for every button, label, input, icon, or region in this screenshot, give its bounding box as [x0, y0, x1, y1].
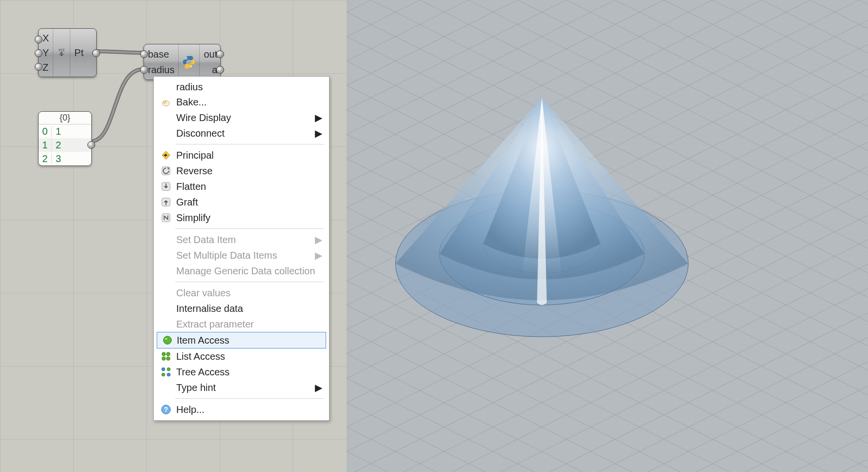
menu-label: Set Data Item — [176, 234, 236, 246]
grid-line — [0, 0, 0, 472]
menu-simplify[interactable]: Simplify — [156, 210, 327, 226]
bake-icon — [160, 96, 172, 108]
input-y-label: Y — [42, 47, 49, 59]
menu-clear-values[interactable]: Clear values — [156, 285, 327, 301]
grid-line — [0, 0, 347, 0]
svg-point-6 — [191, 65, 192, 66]
panel-row: 23 — [39, 152, 91, 165]
context-menu-title: radius — [156, 80, 327, 94]
panel-value: 1 — [52, 126, 61, 137]
input-context-menu: radius Bake... Wire Display▶ Disconnect▶… — [153, 76, 330, 421]
input-grip-x[interactable] — [35, 36, 42, 43]
flatten-icon — [160, 180, 172, 193]
input-z-label: Z — [42, 62, 48, 73]
rhino-viewport[interactable] — [347, 0, 868, 472]
menu-separator — [175, 228, 324, 229]
output-grip-a[interactable] — [216, 66, 224, 74]
panel-index: 0 — [39, 126, 52, 137]
menu-label: Set Multiple Data Items — [176, 250, 277, 261]
svg-point-19 — [166, 357, 170, 360]
panel-row: 12 — [39, 138, 91, 152]
menu-label: Help... — [176, 404, 205, 415]
menu-label: Extract parameter — [176, 319, 254, 330]
svg-point-20 — [162, 368, 165, 370]
menu-label: Clear values — [176, 287, 230, 299]
menu-separator — [175, 282, 324, 282]
input-grip-y[interactable] — [35, 49, 42, 57]
item-access-icon — [161, 334, 174, 347]
input-base-label: base — [148, 49, 169, 60]
menu-label: List Access — [176, 351, 225, 362]
menu-bake[interactable]: Bake... — [156, 94, 327, 110]
menu-internalise-data[interactable]: Internalise data — [156, 301, 327, 316]
input-grip-radius[interactable] — [140, 66, 148, 74]
menu-flatten[interactable]: Flatten — [156, 179, 327, 194]
data-panel-component[interactable]: {0} 01 12 23 — [38, 111, 92, 166]
menu-label: Flatten — [176, 181, 206, 192]
menu-item-access[interactable]: Item Access — [157, 332, 326, 349]
input-grip-z[interactable] — [35, 63, 42, 71]
list-access-icon — [160, 350, 172, 363]
menu-label: Graft — [176, 197, 198, 208]
node-canvas[interactable]: X Y Z XYZ Pt base radius ou — [0, 0, 347, 472]
svg-point-8 — [164, 101, 166, 103]
panel-value: 2 — [52, 140, 61, 151]
panel-row: 01 — [39, 124, 91, 138]
menu-label: Manage Generic Data collection — [176, 266, 315, 277]
construct-point-component[interactable]: X Y Z XYZ Pt — [38, 28, 97, 77]
menu-label: Wire Display — [176, 112, 231, 123]
menu-set-data-item[interactable]: Set Data Item▶ — [156, 232, 327, 247]
output-out-label: out — [204, 49, 217, 60]
menu-label: Item Access — [177, 335, 229, 346]
menu-label: Type hint — [176, 382, 216, 393]
panel-value: 3 — [52, 153, 61, 164]
svg-point-18 — [162, 357, 165, 360]
output-grip-out[interactable] — [216, 50, 224, 58]
svg-point-17 — [166, 352, 170, 356]
svg-point-21 — [167, 368, 170, 370]
component-icon-xyz: XYZ — [53, 29, 70, 77]
menu-label: Simplify — [176, 212, 210, 224]
svg-point-22 — [162, 373, 165, 376]
menu-type-hint[interactable]: Type hint▶ — [156, 380, 327, 395]
svg-point-5 — [186, 57, 187, 58]
menu-manage-generic-data[interactable]: Manage Generic Data collection — [156, 263, 327, 279]
output-grip-pt[interactable] — [92, 49, 100, 57]
grid-line — [0, 439, 347, 440]
submenu-arrow-icon: ▶ — [315, 127, 322, 139]
panel-index: 1 — [39, 140, 52, 151]
help-icon: ? — [160, 403, 172, 416]
grasshopper-app: X Y Z XYZ Pt base radius ou — [0, 0, 868, 472]
svg-text:XYZ: XYZ — [59, 48, 65, 52]
panel-index: 2 — [39, 153, 52, 164]
tree-access-icon — [160, 366, 172, 378]
input-radius-label: radius — [148, 64, 174, 76]
menu-list-access[interactable]: List Access — [156, 349, 327, 364]
svg-text:?: ? — [164, 406, 168, 413]
submenu-arrow-icon: ▶ — [315, 382, 322, 393]
menu-label: Bake... — [176, 97, 207, 108]
svg-point-15 — [165, 338, 168, 340]
menu-label: Internalise data — [176, 303, 243, 314]
graft-icon — [160, 196, 172, 208]
menu-extract-parameter[interactable]: Extract parameter — [156, 316, 327, 332]
menu-graft[interactable]: Graft — [156, 194, 327, 210]
principal-icon — [160, 149, 172, 162]
menu-disconnect[interactable]: Disconnect▶ — [156, 125, 327, 141]
menu-wire-display[interactable]: Wire Display▶ — [156, 110, 327, 125]
input-grip-base[interactable] — [140, 50, 148, 58]
reverse-icon — [160, 164, 172, 177]
menu-reverse[interactable]: Reverse — [156, 163, 327, 179]
panel-header: {0} — [39, 112, 91, 124]
panel-output-grip[interactable] — [87, 141, 95, 149]
simplify-icon — [160, 211, 172, 224]
menu-label: Principal — [176, 150, 214, 161]
svg-point-23 — [167, 373, 170, 376]
submenu-arrow-icon: ▶ — [315, 249, 322, 261]
menu-help[interactable]: ?Help... — [156, 402, 327, 417]
menu-principal[interactable]: Principal — [156, 147, 327, 163]
menu-label: Reverse — [176, 165, 212, 177]
menu-tree-access[interactable]: Tree Access — [156, 364, 327, 380]
menu-set-multiple-data-items[interactable]: Set Multiple Data Items▶ — [156, 247, 327, 263]
ghpython-component[interactable]: base radius out a — [144, 44, 221, 80]
